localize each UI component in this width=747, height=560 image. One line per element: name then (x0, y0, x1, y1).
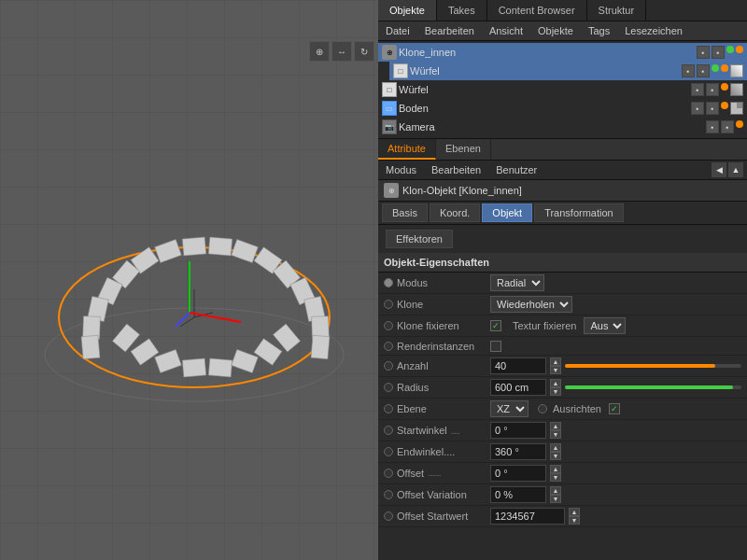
section-header: Objekt-Eigenschaften (378, 253, 747, 273)
endwinkel-input[interactable] (490, 443, 546, 460)
obj-tab-koord[interactable]: Koord. (430, 203, 480, 222)
startwinkel-down[interactable]: ▼ (550, 430, 561, 439)
attr-tab-attribute[interactable]: Attribute (378, 139, 436, 160)
obj-row-kamera[interactable]: 📷 Kamera ▪ ▪ (378, 118, 747, 136)
endwinkel-up[interactable]: ▲ (550, 443, 561, 452)
obj-row-klone-innen[interactable]: ⊕ Klone_innen ▪ ▪ (378, 43, 747, 62)
radio-ausrichten[interactable] (538, 404, 547, 413)
anzahl-input[interactable] (490, 357, 546, 374)
cb-klone-fix[interactable] (490, 320, 501, 331)
obj-render-icon5[interactable]: ▪ (721, 120, 734, 133)
obj-render-icon4[interactable]: ▪ (706, 102, 719, 115)
radio-klone[interactable] (384, 300, 393, 309)
radio-endwinkel[interactable] (384, 447, 393, 456)
obj-dot-orange2 (721, 64, 728, 72)
svg-rect-19 (154, 349, 181, 372)
offset-var-input[interactable] (490, 486, 546, 503)
endwinkel-down[interactable]: ▼ (550, 452, 561, 460)
radius-up[interactable]: ▲ (550, 379, 561, 387)
offset-up[interactable]: ▲ (550, 465, 561, 473)
obj-row-boden[interactable]: ▭ Boden ▪ ▪ (378, 99, 747, 118)
camera-icon: 📷 (382, 119, 397, 134)
radio-startwinkel[interactable] (384, 426, 393, 435)
offset-start-stepper[interactable]: ▲ ▼ (569, 508, 580, 525)
offset-down[interactable]: ▼ (550, 473, 561, 482)
offset-var-stepper[interactable]: ▲ ▼ (550, 486, 561, 503)
tab-takes[interactable]: Takes (437, 0, 487, 21)
offset-stepper[interactable]: ▲ ▼ (550, 465, 561, 482)
tab-struktur[interactable]: Struktur (587, 0, 647, 21)
radius-stepper[interactable]: ▲ ▼ (550, 379, 561, 396)
menu-bearbeiten[interactable]: Bearbeiten (421, 23, 478, 38)
offset-var-down[interactable]: ▼ (550, 495, 561, 503)
cb-renderinstanzen[interactable] (490, 341, 501, 352)
radio-ebene[interactable] (384, 404, 393, 413)
obj-tab-transformation[interactable]: Transformation (534, 203, 624, 222)
offset-start-input[interactable] (490, 508, 565, 525)
radio-offset-var[interactable] (384, 490, 393, 499)
attr-menu-bearbeiten[interactable]: Bearbeiten (428, 162, 485, 177)
cb-ausrichten[interactable] (609, 403, 620, 414)
ebene-select[interactable]: XZ (490, 400, 529, 417)
endwinkel-stepper[interactable]: ▲ ▼ (550, 443, 561, 460)
obj-render-icon2[interactable]: ▪ (697, 64, 710, 77)
svg-rect-10 (208, 237, 232, 256)
offset-start-down[interactable]: ▼ (569, 516, 580, 525)
radio-klone-fix[interactable] (384, 321, 393, 330)
radio-offset[interactable] (384, 469, 393, 478)
menu-tags[interactable]: Tags (585, 23, 613, 38)
obj-tab-objekt[interactable]: Objekt (482, 203, 532, 222)
obj-dot-orange (736, 46, 743, 53)
attr-menu-modus[interactable]: Modus (382, 162, 420, 177)
attr-back-arrow[interactable]: ◀ (712, 162, 726, 177)
startwinkel-stepper[interactable]: ▲ ▼ (550, 422, 561, 439)
obj-row-wurfel2[interactable]: □ Würfel ▪ ▪ (378, 80, 747, 99)
anzahl-down[interactable]: ▼ (550, 366, 561, 374)
anzahl-up[interactable]: ▲ (550, 357, 561, 366)
prop-label-endwinkel: Endwinkel.... (384, 446, 486, 457)
menu-lesezeichen[interactable]: Lesezeichen (621, 23, 686, 38)
ausrichten-label: Ausrichten (553, 403, 601, 414)
offset-var-up[interactable]: ▲ (550, 486, 561, 495)
prop-value-render (490, 341, 741, 352)
menu-datei[interactable]: Datei (382, 23, 414, 38)
startwinkel-input[interactable] (490, 422, 546, 439)
tab-objekte[interactable]: Objekte (378, 0, 437, 21)
prop-value-offset-var: ▲ ▼ (490, 486, 741, 503)
obj-tab-basis[interactable]: Basis (382, 203, 428, 222)
viewport[interactable]: ⊙ ↕ ⊞ ☀ ⊕ ↔ ↻ (0, 0, 378, 560)
obj-vis-icon3[interactable]: ▪ (691, 83, 704, 96)
effektoren-button[interactable]: Effektoren (386, 230, 453, 248)
obj-vis-icon5[interactable]: ▪ (706, 120, 719, 133)
tab-content-browser[interactable]: Content Browser (487, 0, 587, 21)
attr-forward-arrow[interactable]: ▲ (728, 162, 743, 177)
attr-tab-ebenen[interactable]: Ebenen (436, 139, 491, 160)
offset-input[interactable] (490, 465, 546, 482)
startwinkel-up[interactable]: ▲ (550, 422, 561, 430)
obj-render-icon3[interactable]: ▪ (706, 83, 719, 96)
anzahl-stepper[interactable]: ▲ ▼ (550, 357, 561, 374)
radio-radius[interactable] (384, 383, 393, 392)
obj-sub-tabs: Basis Koord. Objekt Transformation (378, 202, 747, 225)
anzahl-slider[interactable] (565, 364, 741, 368)
attr-menu-benutzer[interactable]: Benutzer (492, 162, 541, 177)
radio-modus[interactable] (384, 278, 393, 287)
obj-render-icon[interactable]: ▪ (712, 46, 725, 59)
menu-objekte[interactable]: Objekte (534, 23, 577, 38)
klone-select[interactable]: Wiederholen (490, 296, 572, 313)
radio-render[interactable] (384, 342, 393, 351)
radio-anzahl[interactable] (384, 361, 393, 371)
radius-input[interactable] (490, 379, 546, 396)
radius-down[interactable]: ▼ (550, 387, 561, 396)
obj-vis-icon4[interactable]: ▪ (691, 102, 704, 115)
modus-select[interactable]: Radial (490, 274, 544, 291)
obj-vis-icon2[interactable]: ▪ (682, 64, 695, 77)
offset-start-up[interactable]: ▲ (569, 508, 580, 516)
radius-slider[interactable] (565, 385, 741, 389)
svg-rect-17 (310, 335, 329, 358)
textur-fix-select[interactable]: Aus (584, 317, 626, 334)
obj-vis-icon[interactable]: ▪ (697, 46, 710, 59)
obj-row-wurfel-child[interactable]: □ Würfel ▪ ▪ (389, 62, 747, 80)
menu-ansicht[interactable]: Ansicht (486, 23, 527, 38)
radio-offset-start[interactable] (384, 511, 393, 521)
